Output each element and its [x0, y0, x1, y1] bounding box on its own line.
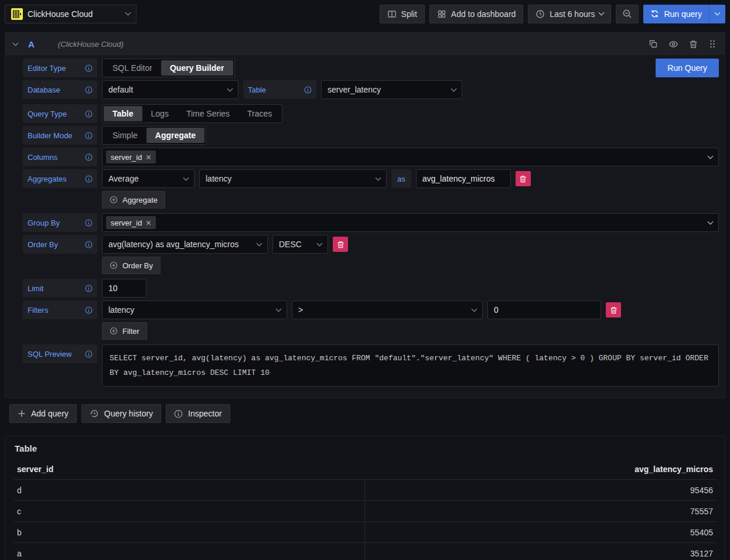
chevron-down-icon: [708, 218, 714, 224]
query-type-option-logs[interactable]: Logs: [142, 106, 178, 121]
editor-type-group: SQL Editor Query Builder: [102, 59, 235, 77]
order-by-label: Order By: [23, 235, 97, 254]
cell-server-id: b: [13, 522, 365, 542]
plus-circle-icon: [110, 196, 118, 204]
add-query-button[interactable]: Add query: [9, 404, 77, 423]
info-icon: [85, 175, 93, 183]
builder-mode-option-aggregate[interactable]: Aggregate: [146, 128, 204, 143]
run-query-button[interactable]: Run query: [643, 5, 709, 23]
add-aggregate-button[interactable]: Aggregate: [102, 191, 165, 209]
time-zoom-out-button[interactable]: [616, 5, 639, 23]
zoom-out-icon: [622, 9, 632, 19]
limit-label: Limit: [23, 279, 97, 298]
sql-preview-label: SQL Preview: [23, 344, 97, 363]
info-icon: [304, 86, 312, 94]
add-to-dashboard-button[interactable]: Add to dashboard: [429, 5, 524, 23]
database-select[interactable]: default: [102, 80, 238, 99]
columns-label: Columns: [23, 148, 97, 166]
run-query-options-button[interactable]: [709, 5, 725, 23]
time-range-picker[interactable]: Last 6 hours: [528, 5, 611, 23]
close-icon[interactable]: [146, 155, 151, 160]
limit-field[interactable]: [102, 279, 146, 298]
query-type-group: Table Logs Time Series Traces: [102, 104, 282, 123]
add-order-by-button[interactable]: Order By: [102, 257, 161, 274]
collapse-chevron-icon[interactable]: [13, 40, 19, 46]
sql-preview-code: SELECT server_id, avg(latency) as avg_la…: [102, 344, 719, 387]
query-type-option-time-series[interactable]: Time Series: [178, 106, 238, 121]
query-type-option-table[interactable]: Table: [104, 106, 142, 121]
editor-type-option-query-builder[interactable]: Query Builder: [161, 60, 233, 76]
table-row: a 35127: [13, 542, 717, 560]
database-label: Database: [23, 80, 97, 99]
datasource-picker[interactable]: ClickHouse Cloud: [5, 5, 137, 23]
remove-aggregate-button[interactable]: [516, 171, 531, 186]
clock-icon: [535, 9, 545, 19]
info-circle-icon: [174, 409, 183, 418]
filter-field-select[interactable]: latency: [102, 301, 287, 319]
datasource-name: ClickHouse Cloud: [28, 9, 121, 19]
remove-order-by-button[interactable]: [333, 237, 348, 252]
aggregate-alias-input[interactable]: [422, 174, 504, 183]
limit-input[interactable]: [108, 284, 140, 293]
columns-select[interactable]: server_id: [102, 148, 719, 166]
add-to-dashboard-label: Add to dashboard: [451, 9, 516, 19]
info-icon: [85, 219, 93, 227]
query-editor-panel: A (ClickHouse Cloud) Editor Type: [5, 32, 725, 398]
builder-mode-group: Simple Aggregate: [102, 126, 206, 145]
order-by-direction-select[interactable]: DESC: [272, 235, 328, 254]
add-filter-button[interactable]: Filter: [102, 322, 147, 340]
history-icon: [90, 409, 99, 418]
filter-value-field[interactable]: [487, 301, 601, 319]
info-icon: [85, 306, 93, 314]
cell-avg-latency: 95456: [365, 486, 717, 495]
table-select[interactable]: server_latency: [321, 80, 462, 99]
remove-filter-button[interactable]: [606, 302, 621, 317]
close-icon[interactable]: [146, 220, 151, 226]
split-button[interactable]: Split: [380, 5, 425, 23]
sync-icon: [650, 9, 659, 18]
chevron-down-icon: [183, 175, 189, 180]
query-history-button[interactable]: Query history: [81, 404, 161, 423]
column-header-avg-latency-micros[interactable]: avg_latency_micros: [365, 465, 717, 474]
aggregate-column-select[interactable]: latency: [199, 169, 387, 188]
duplicate-query-button[interactable]: [649, 39, 658, 49]
inspector-button[interactable]: Inspector: [166, 404, 230, 423]
filter-value-input[interactable]: [494, 305, 595, 315]
query-row-header[interactable]: A (ClickHouse Cloud): [5, 33, 725, 55]
table-row: d 95456: [13, 479, 717, 500]
trash-icon: [610, 306, 618, 314]
filters-label: Filters: [23, 301, 97, 319]
chevron-down-icon: [276, 306, 282, 312]
cell-avg-latency: 35127: [365, 549, 717, 558]
group-by-select[interactable]: server_id: [102, 213, 719, 232]
group-by-tag-server-id: server_id: [106, 216, 156, 229]
chevron-down-icon: [257, 240, 262, 246]
aggregate-function-select[interactable]: Average: [102, 169, 195, 188]
column-header-server-id[interactable]: server_id: [13, 465, 365, 474]
drag-handle-icon[interactable]: [708, 39, 717, 49]
builder-mode-option-simple[interactable]: Simple: [104, 128, 146, 143]
delete-query-button[interactable]: [689, 40, 698, 49]
info-icon: [85, 86, 93, 94]
filter-operator-select[interactable]: >: [292, 301, 483, 319]
group-by-label: Group By: [23, 213, 97, 232]
plus-circle-icon: [110, 327, 118, 335]
toggle-visibility-button[interactable]: [668, 39, 678, 49]
chevron-down-icon: [376, 175, 381, 180]
aggregates-label: Aggregates: [23, 169, 97, 188]
aggregate-alias-field[interactable]: [416, 169, 511, 188]
run-query-editor-button[interactable]: Run Query: [656, 59, 719, 77]
explore-toolbar: ClickHouse Cloud Split Add to dashboard …: [0, 0, 730, 28]
table-row: c 75557: [13, 500, 717, 521]
results-table-header: server_id avg_latency_micros: [13, 459, 717, 479]
cell-server-id: c: [13, 501, 365, 521]
results-panel: Table server_id avg_latency_micros d 954…: [5, 436, 725, 560]
editor-type-option-sql-editor[interactable]: SQL Editor: [104, 60, 161, 76]
order-by-field-select[interactable]: avg(latency) as avg_latency_micros: [102, 235, 268, 254]
split-label: Split: [401, 9, 417, 19]
query-type-option-traces[interactable]: Traces: [238, 106, 281, 121]
chevron-down-icon: [472, 306, 477, 312]
info-icon: [85, 132, 93, 139]
info-icon: [85, 153, 93, 161]
aggregate-as-label: as: [391, 169, 411, 188]
